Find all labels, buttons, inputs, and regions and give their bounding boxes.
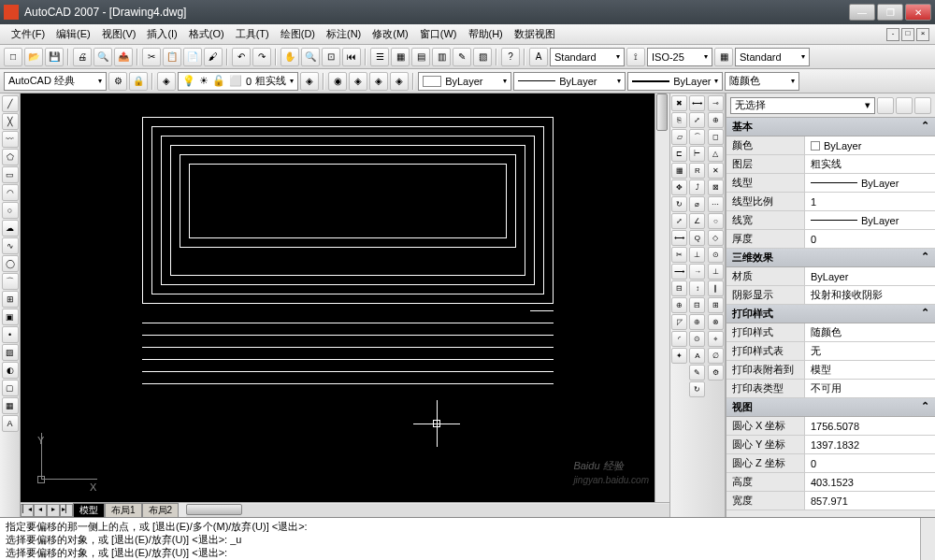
snap-quadrant-tool[interactable]: ◇ — [708, 230, 724, 246]
gradient-tool[interactable]: ◐ — [2, 362, 19, 379]
help-button[interactable]: ? — [501, 48, 520, 66]
offset-tool[interactable]: ⊏ — [671, 146, 687, 162]
explode-tool[interactable]: ✦ — [671, 348, 687, 364]
prop-value[interactable]: 随颜色 — [805, 323, 935, 341]
menu-dimension[interactable]: 标注(N) — [321, 25, 367, 43]
stretch-tool[interactable]: ⟷ — [671, 230, 687, 246]
match-prop-button[interactable]: 🖌 — [204, 48, 223, 66]
prop-row[interactable]: 打印样式随颜色 — [726, 323, 935, 342]
workspace-settings-button[interactable]: ⚙ — [108, 72, 127, 91]
snap-node-tool[interactable]: ⊗ — [708, 314, 724, 330]
dim-style-combo[interactable]: ISO-25▾ — [647, 48, 712, 66]
doc-minimize-button[interactable]: - — [886, 28, 899, 41]
model-viewport[interactable]: Y X Baidu 经验 jingyan.baidu.com — [21, 93, 654, 502]
tab-nav-first[interactable]: ▏◂ — [21, 504, 34, 517]
menu-dataview[interactable]: 数据视图 — [509, 25, 561, 43]
mirror-tool[interactable]: ▱ — [671, 129, 687, 145]
revcloud-tool[interactable]: ☁ — [2, 220, 19, 237]
circle-tool[interactable]: ○ — [2, 202, 19, 219]
tab-nav-next[interactable]: ▸ — [47, 504, 60, 517]
break-tool[interactable]: ⊟ — [671, 280, 687, 296]
maximize-button[interactable]: ❐ — [877, 4, 903, 21]
menu-window[interactable]: 窗口(W) — [414, 25, 463, 43]
color-combo[interactable]: ByLayer▾ — [418, 72, 511, 91]
vertical-scrollbar[interactable] — [654, 93, 669, 502]
extend-tool[interactable]: ⟶ — [671, 264, 687, 280]
snap-nearest-tool[interactable]: ⌖ — [708, 331, 724, 347]
prop-row[interactable]: 高度403.1523 — [726, 473, 935, 492]
prop-group-threeD[interactable]: 三维效果⌃ — [726, 249, 935, 267]
dim-baseline-tool[interactable]: ⊥ — [689, 247, 705, 263]
snap-endpoint-tool[interactable]: ◻ — [708, 129, 724, 145]
pan-button[interactable]: ✋ — [280, 48, 299, 66]
point-tool[interactable]: • — [2, 326, 19, 343]
workspace-combo[interactable]: AutoCAD 经典▾ — [4, 72, 107, 91]
layer-prev-button[interactable]: ◈ — [300, 72, 319, 91]
prop-group-view[interactable]: 视图⌃ — [726, 398, 935, 417]
spline-tool[interactable]: ∿ — [2, 237, 19, 254]
center-mark-tool[interactable]: ⊙ — [689, 331, 705, 347]
dim-jogged-tool[interactable]: ⤴ — [689, 179, 705, 195]
snap-intersect-tool[interactable]: ✕ — [708, 163, 724, 179]
text-style-combo[interactable]: Standard▾ — [550, 48, 625, 66]
prop-row[interactable]: 图层粗实线 — [726, 155, 935, 174]
dim-ordinate-tool[interactable]: ⊢ — [689, 146, 705, 162]
layer-props-button[interactable]: ◈ — [157, 72, 176, 91]
layer-match-button[interactable]: ◈ — [349, 72, 367, 91]
dim-diameter-tool[interactable]: ⌀ — [689, 196, 705, 212]
layer-iso-button[interactable]: ◈ — [369, 72, 388, 91]
prop-row[interactable]: 线型ByLayer — [726, 174, 935, 193]
menu-view[interactable]: 视图(V) — [96, 25, 142, 43]
prop-row[interactable]: 宽度857.971 — [726, 492, 935, 510]
minimize-button[interactable]: — — [849, 4, 875, 21]
zoom-realtime-button[interactable]: 🔍 — [301, 48, 320, 66]
prop-row[interactable]: 阴影显示投射和接收阴影 — [726, 286, 935, 305]
command-window[interactable]: 指定要偏移的那一侧上的点，或 [退出(E)/多个(M)/放弃(U)] <退出>:… — [0, 517, 935, 560]
menu-edit[interactable]: 编辑(E) — [50, 25, 96, 43]
prop-value[interactable]: 投射和接收阴影 — [805, 286, 935, 304]
trim-tool[interactable]: ✂ — [671, 247, 687, 263]
tab-nav-last[interactable]: ▸▏ — [60, 504, 73, 517]
prop-value[interactable]: 857.971 — [805, 492, 935, 510]
dim-break-tool[interactable]: ⊟ — [689, 297, 705, 313]
menu-help[interactable]: 帮助(H) — [463, 25, 509, 43]
make-current-button[interactable]: ◉ — [328, 72, 347, 91]
copy-tool[interactable]: ⎘ — [671, 112, 687, 128]
temp-track-tool[interactable]: ⊸ — [708, 95, 724, 111]
snap-center-tool[interactable]: ○ — [708, 213, 724, 229]
prop-value[interactable]: ByLayer — [805, 174, 935, 192]
pickadd-button[interactable] — [896, 97, 913, 114]
ellipse-arc-tool[interactable]: ⌒ — [2, 273, 19, 290]
zoom-window-button[interactable]: ⊡ — [322, 48, 340, 66]
dim-tedit-tool[interactable]: ✎ — [689, 365, 705, 381]
copy-button[interactable]: 📋 — [163, 48, 181, 66]
table-tool[interactable]: ▦ — [2, 397, 19, 414]
select-objects-button[interactable] — [914, 97, 931, 114]
prop-row[interactable]: 打印表附着到模型 — [726, 361, 935, 380]
rotate-tool[interactable]: ↻ — [671, 196, 687, 212]
prop-row[interactable]: 线宽ByLayer — [726, 211, 935, 230]
paste-button[interactable]: 📄 — [183, 48, 202, 66]
selection-combo[interactable]: 无选择▾ — [730, 97, 875, 114]
doc-close-button[interactable]: × — [916, 28, 929, 41]
sheet-set-button[interactable]: ▥ — [432, 48, 451, 66]
open-button[interactable]: 📂 — [24, 48, 43, 66]
tab-layout1[interactable]: 布局1 — [105, 503, 142, 518]
dim-continue-tool[interactable]: → — [689, 264, 705, 280]
redo-button[interactable]: ↷ — [252, 48, 271, 66]
tool-palettes-button[interactable]: ▤ — [411, 48, 430, 66]
line-tool[interactable]: ╱ — [2, 95, 19, 112]
plot-button[interactable]: 🖨 — [73, 48, 92, 66]
prop-value[interactable]: ByLayer — [805, 211, 935, 229]
snap-perp-tool[interactable]: ⊥ — [708, 264, 724, 280]
hatch-tool[interactable]: ▨ — [2, 344, 19, 361]
polygon-tool[interactable]: ⬠ — [2, 149, 19, 165]
prop-row[interactable]: 圆心 X 坐标1756.5078 — [726, 417, 935, 436]
tab-layout2[interactable]: 布局2 — [142, 503, 180, 518]
prop-value[interactable]: 0 — [805, 454, 935, 472]
layer-combo[interactable]: 💡☀🔓⬜ 0 粗实线▾ — [178, 72, 298, 91]
snap-parallel-tool[interactable]: ∥ — [708, 280, 724, 296]
fillet-tool[interactable]: ◜ — [671, 331, 687, 347]
prop-value[interactable]: 粗实线 — [805, 155, 935, 173]
tab-model[interactable]: 模型 — [73, 503, 105, 518]
